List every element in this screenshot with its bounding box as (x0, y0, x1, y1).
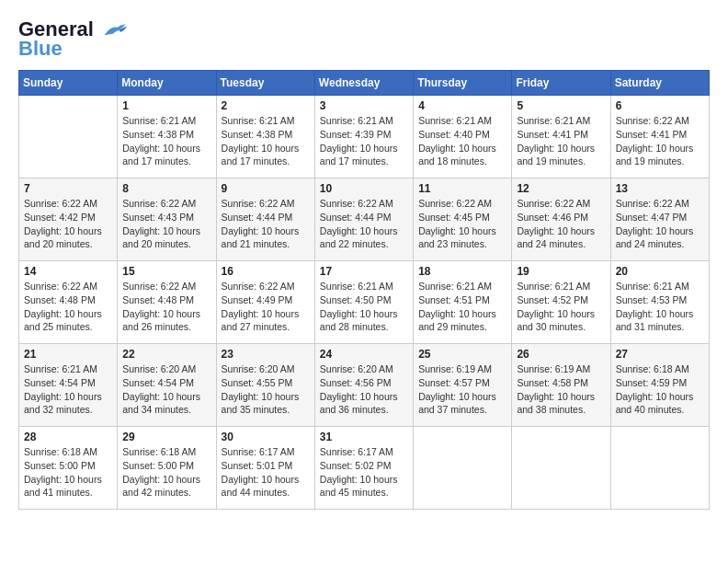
calendar-cell: 16Sunrise: 6:22 AM Sunset: 4:49 PM Dayli… (216, 261, 314, 344)
weekday-header-thursday: Thursday (414, 71, 512, 96)
calendar-cell: 6Sunrise: 6:22 AM Sunset: 4:41 PM Daylig… (610, 96, 709, 178)
calendar-week-3: 14Sunrise: 6:22 AM Sunset: 4:48 PM Dayli… (19, 261, 710, 344)
calendar-table: SundayMondayTuesdayWednesdayThursdayFrid… (18, 70, 710, 510)
day-info: Sunrise: 6:21 AM Sunset: 4:38 PM Dayligh… (122, 114, 210, 168)
day-info: Sunrise: 6:18 AM Sunset: 5:00 PM Dayligh… (24, 445, 112, 500)
day-number: 21 (24, 348, 112, 361)
weekday-header-monday: Monday (118, 71, 216, 96)
day-info: Sunrise: 6:19 AM Sunset: 4:58 PM Dayligh… (517, 362, 605, 417)
calendar-cell: 30Sunrise: 6:17 AM Sunset: 5:01 PM Dayli… (216, 427, 314, 510)
day-number: 20 (616, 265, 704, 278)
day-info: Sunrise: 6:21 AM Sunset: 4:39 PM Dayligh… (320, 114, 408, 168)
weekday-header-sunday: Sunday (19, 71, 118, 96)
day-number: 19 (517, 265, 605, 278)
day-number: 22 (122, 348, 210, 361)
calendar-cell: 12Sunrise: 6:22 AM Sunset: 4:46 PM Dayli… (512, 178, 610, 261)
calendar-cell (512, 427, 610, 510)
day-number: 9 (222, 182, 310, 195)
day-number: 5 (517, 99, 605, 112)
day-info: Sunrise: 6:17 AM Sunset: 5:01 PM Dayligh… (222, 445, 310, 500)
day-number: 25 (418, 348, 506, 361)
day-info: Sunrise: 6:22 AM Sunset: 4:41 PM Dayligh… (616, 114, 704, 168)
day-info: Sunrise: 6:19 AM Sunset: 4:57 PM Dayligh… (418, 362, 506, 417)
calendar-cell: 11Sunrise: 6:22 AM Sunset: 4:45 PM Dayli… (414, 178, 512, 261)
calendar-cell (610, 427, 709, 510)
calendar-cell: 13Sunrise: 6:22 AM Sunset: 4:47 PM Dayli… (610, 178, 709, 261)
calendar-cell: 15Sunrise: 6:22 AM Sunset: 4:48 PM Dayli… (118, 261, 216, 344)
calendar-cell (414, 427, 512, 510)
day-number: 24 (320, 348, 408, 361)
day-number: 30 (222, 431, 310, 443)
calendar-cell: 4Sunrise: 6:21 AM Sunset: 4:40 PM Daylig… (414, 96, 512, 178)
day-number: 29 (122, 431, 210, 443)
day-info: Sunrise: 6:20 AM Sunset: 4:56 PM Dayligh… (320, 362, 408, 417)
day-info: Sunrise: 6:22 AM Sunset: 4:46 PM Dayligh… (517, 197, 605, 251)
day-number: 2 (222, 99, 310, 112)
day-info: Sunrise: 6:21 AM Sunset: 4:51 PM Dayligh… (418, 280, 506, 334)
day-info: Sunrise: 6:20 AM Sunset: 4:54 PM Dayligh… (122, 362, 210, 417)
day-info: Sunrise: 6:18 AM Sunset: 5:00 PM Dayligh… (122, 445, 210, 500)
calendar-cell: 19Sunrise: 6:21 AM Sunset: 4:52 PM Dayli… (512, 261, 610, 344)
calendar-cell (19, 96, 118, 178)
calendar-cell: 17Sunrise: 6:21 AM Sunset: 4:50 PM Dayli… (314, 261, 413, 344)
day-number: 16 (222, 265, 310, 278)
day-info: Sunrise: 6:22 AM Sunset: 4:42 PM Dayligh… (24, 197, 112, 251)
day-info: Sunrise: 6:22 AM Sunset: 4:48 PM Dayligh… (24, 280, 112, 334)
day-number: 12 (517, 182, 605, 195)
day-number: 7 (24, 182, 112, 195)
logo: General Blue (18, 18, 127, 61)
calendar-cell: 28Sunrise: 6:18 AM Sunset: 5:00 PM Dayli… (19, 427, 118, 510)
day-number: 18 (418, 265, 506, 278)
day-info: Sunrise: 6:20 AM Sunset: 4:55 PM Dayligh… (222, 362, 310, 417)
calendar-cell: 14Sunrise: 6:22 AM Sunset: 4:48 PM Dayli… (19, 261, 118, 344)
logo-blue: Blue (18, 37, 63, 61)
logo-bird-icon (101, 22, 127, 39)
calendar-cell: 25Sunrise: 6:19 AM Sunset: 4:57 PM Dayli… (414, 344, 512, 427)
weekday-header-friday: Friday (512, 71, 610, 96)
calendar-week-1: 1Sunrise: 6:21 AM Sunset: 4:38 PM Daylig… (19, 96, 710, 178)
calendar-cell: 5Sunrise: 6:21 AM Sunset: 4:41 PM Daylig… (512, 96, 610, 178)
day-info: Sunrise: 6:21 AM Sunset: 4:50 PM Dayligh… (320, 280, 408, 334)
calendar-cell: 10Sunrise: 6:22 AM Sunset: 4:44 PM Dayli… (314, 178, 413, 261)
calendar-week-2: 7Sunrise: 6:22 AM Sunset: 4:42 PM Daylig… (19, 178, 710, 261)
calendar-cell: 31Sunrise: 6:17 AM Sunset: 5:02 PM Dayli… (314, 427, 413, 510)
day-number: 14 (24, 265, 112, 278)
day-info: Sunrise: 6:21 AM Sunset: 4:54 PM Dayligh… (24, 362, 112, 417)
calendar-cell: 20Sunrise: 6:21 AM Sunset: 4:53 PM Dayli… (610, 261, 709, 344)
day-info: Sunrise: 6:21 AM Sunset: 4:40 PM Dayligh… (418, 114, 506, 168)
day-info: Sunrise: 6:21 AM Sunset: 4:38 PM Dayligh… (222, 114, 310, 168)
calendar-cell: 7Sunrise: 6:22 AM Sunset: 4:42 PM Daylig… (19, 178, 118, 261)
day-info: Sunrise: 6:21 AM Sunset: 4:52 PM Dayligh… (517, 280, 605, 334)
weekday-header-saturday: Saturday (610, 71, 709, 96)
day-number: 11 (418, 182, 506, 195)
day-number: 1 (122, 99, 210, 112)
calendar-cell: 27Sunrise: 6:18 AM Sunset: 4:59 PM Dayli… (610, 344, 709, 427)
day-number: 8 (122, 182, 210, 195)
day-number: 6 (616, 99, 704, 112)
day-number: 15 (122, 265, 210, 278)
calendar-cell: 8Sunrise: 6:22 AM Sunset: 4:43 PM Daylig… (118, 178, 216, 261)
day-info: Sunrise: 6:22 AM Sunset: 4:48 PM Dayligh… (122, 280, 210, 334)
day-number: 17 (320, 265, 408, 278)
day-info: Sunrise: 6:22 AM Sunset: 4:45 PM Dayligh… (418, 197, 506, 251)
day-info: Sunrise: 6:21 AM Sunset: 4:53 PM Dayligh… (616, 280, 704, 334)
calendar-cell: 18Sunrise: 6:21 AM Sunset: 4:51 PM Dayli… (414, 261, 512, 344)
calendar-cell: 23Sunrise: 6:20 AM Sunset: 4:55 PM Dayli… (216, 344, 314, 427)
day-info: Sunrise: 6:22 AM Sunset: 4:47 PM Dayligh… (616, 197, 704, 251)
weekday-header-tuesday: Tuesday (216, 71, 314, 96)
day-number: 4 (418, 99, 506, 112)
calendar-cell: 26Sunrise: 6:19 AM Sunset: 4:58 PM Dayli… (512, 344, 610, 427)
day-number: 3 (320, 99, 408, 112)
day-info: Sunrise: 6:22 AM Sunset: 4:44 PM Dayligh… (222, 197, 310, 251)
calendar-cell: 3Sunrise: 6:21 AM Sunset: 4:39 PM Daylig… (314, 96, 413, 178)
day-number: 27 (616, 348, 704, 361)
day-number: 23 (222, 348, 310, 361)
calendar-header-row: SundayMondayTuesdayWednesdayThursdayFrid… (19, 71, 710, 96)
day-number: 13 (616, 182, 704, 195)
calendar-week-5: 28Sunrise: 6:18 AM Sunset: 5:00 PM Dayli… (19, 427, 710, 510)
day-info: Sunrise: 6:22 AM Sunset: 4:49 PM Dayligh… (222, 280, 310, 334)
day-number: 10 (320, 182, 408, 195)
day-info: Sunrise: 6:22 AM Sunset: 4:44 PM Dayligh… (320, 197, 408, 251)
day-info: Sunrise: 6:22 AM Sunset: 4:43 PM Dayligh… (122, 197, 210, 251)
calendar-cell: 22Sunrise: 6:20 AM Sunset: 4:54 PM Dayli… (118, 344, 216, 427)
